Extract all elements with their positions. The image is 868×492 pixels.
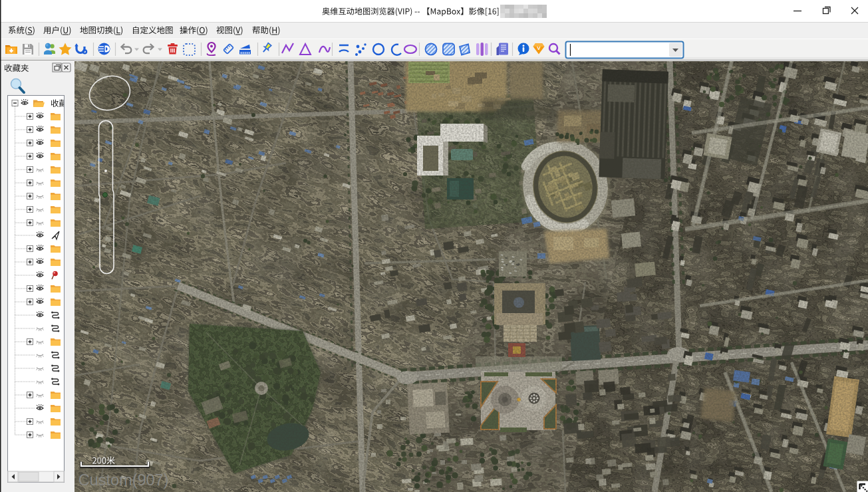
svg-text:V: V — [537, 45, 541, 51]
svg-text:Custom(907): Custom(907) — [78, 471, 169, 489]
